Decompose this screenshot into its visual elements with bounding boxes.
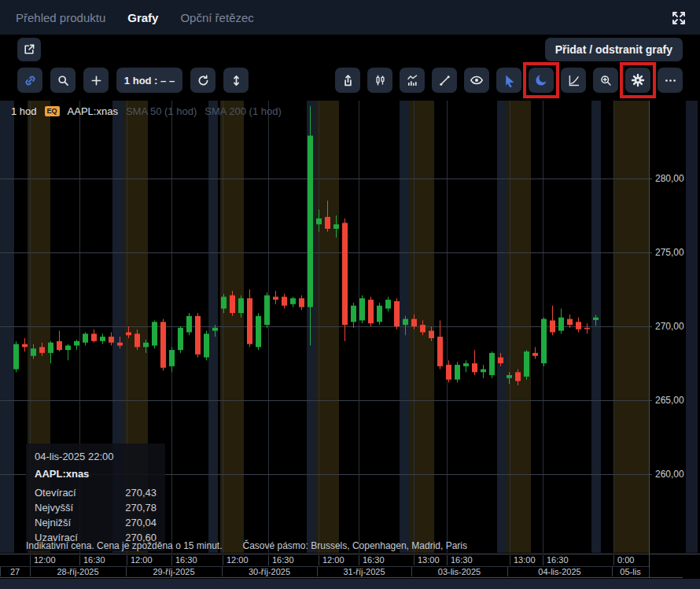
candle-body xyxy=(507,375,512,378)
timezone-note: Časové pásmo: Brussels, Copenhagen, Madr… xyxy=(243,540,467,551)
candle-body xyxy=(273,296,278,300)
candle-body xyxy=(143,343,149,348)
candle-body xyxy=(212,328,218,331)
right-edge-band xyxy=(686,101,698,553)
delayed-price-note: Indikativní cena. Cena je zpožděna o 15 … xyxy=(26,540,223,551)
candle-body xyxy=(446,365,451,380)
candle-body xyxy=(100,337,105,341)
tooltip-datetime: 04-lis-2025 22:00 xyxy=(35,451,157,462)
candle-body xyxy=(385,300,391,308)
candle-body xyxy=(126,333,131,336)
candle-body xyxy=(308,135,313,307)
candle-body xyxy=(359,298,365,320)
time-axis-label: 13:00 xyxy=(514,555,536,565)
candle-body xyxy=(558,318,564,331)
candle-body xyxy=(342,223,348,325)
candle-body xyxy=(532,353,538,356)
time-axis-label: 0:00 xyxy=(617,555,634,565)
candle-body xyxy=(152,322,157,345)
trading-chart-page: 280,00275,00270,00265,00260,0012:0016:30… xyxy=(0,0,700,589)
date-axis-label: 29-říj-2025 xyxy=(153,567,194,576)
candle-body xyxy=(238,298,244,313)
candle-body xyxy=(282,296,287,305)
candle-body xyxy=(368,300,374,323)
candle-body xyxy=(247,298,252,344)
candle-body xyxy=(48,343,53,353)
candle-body xyxy=(290,298,296,304)
equity-badge: EQ xyxy=(45,106,60,116)
candle-body xyxy=(299,298,304,307)
candle-body xyxy=(74,341,79,346)
legend-sma200[interactable]: SMA 200 (1 hod) xyxy=(204,105,282,117)
candle-body xyxy=(13,344,19,370)
tooltip-high-row: Nejvyšší270,78 xyxy=(35,500,157,515)
tooltip-open-row: Otevírací270,43 xyxy=(35,485,157,500)
candle-body xyxy=(325,217,330,229)
time-axis-label: 16:30 xyxy=(451,555,473,565)
legend-sma50[interactable]: SMA 50 (1 hod) xyxy=(126,105,197,117)
candle-body xyxy=(230,296,235,314)
candle-body xyxy=(593,318,599,320)
candle-body xyxy=(22,344,28,348)
candle-body xyxy=(463,363,469,366)
tooltip-symbol: AAPL:xnas xyxy=(35,468,157,480)
time-axis-label: 16:30 xyxy=(547,555,569,565)
time-axis-label: 16:30 xyxy=(363,555,385,565)
candle-body xyxy=(109,337,114,343)
time-axis-label: 12:00 xyxy=(131,555,153,565)
candle-body xyxy=(403,319,408,326)
candle-body xyxy=(550,320,555,332)
candle-body xyxy=(498,357,503,363)
candle-body xyxy=(134,333,140,347)
ohlc-tooltip: 04-lis-2025 22:00 AAPL:xnas Otevírací270… xyxy=(26,444,165,551)
candle-body xyxy=(256,316,261,347)
candle-body xyxy=(91,333,97,341)
time-axis-label: 16:30 xyxy=(83,555,105,565)
candle-body xyxy=(221,296,227,308)
candle-body xyxy=(437,337,443,366)
candle-body xyxy=(264,296,270,326)
price-axis-label: 260,00 xyxy=(655,469,684,480)
candle-body xyxy=(541,319,547,363)
candle-body xyxy=(394,301,400,326)
candle-body xyxy=(576,322,581,329)
time-axis-label: 13:00 xyxy=(418,555,440,565)
date-axis-label: 03-lis-2025 xyxy=(438,567,481,576)
time-axis-label: 16:30 xyxy=(175,555,197,565)
date-axis-label: 27 xyxy=(10,567,20,576)
candle-body xyxy=(117,343,123,346)
candle-body xyxy=(420,325,426,332)
price-axis-label: 275,00 xyxy=(655,247,684,258)
date-axis-label: 28-říj-2025 xyxy=(57,567,98,576)
price-axis-label: 265,00 xyxy=(655,395,684,406)
candle-body xyxy=(186,316,192,333)
candle-body xyxy=(316,219,322,225)
candle-body xyxy=(524,352,529,377)
candle-body xyxy=(83,333,88,342)
tooltip-low-row: Nejnižší270,04 xyxy=(35,515,157,530)
candle-body xyxy=(429,331,434,338)
time-axis-label: 12:00 xyxy=(227,555,249,565)
candle-body xyxy=(204,333,209,357)
candle-body xyxy=(481,370,486,373)
candle-body xyxy=(160,322,166,367)
candle-body xyxy=(169,350,175,366)
candle-body xyxy=(489,353,495,375)
chart-status-line: Indikativní cena. Cena je zpožděna o 15 … xyxy=(26,540,488,551)
candle-body xyxy=(65,345,71,350)
legend-interval: 1 hod xyxy=(11,105,37,117)
candle-body xyxy=(472,363,477,372)
candle-body xyxy=(411,319,417,326)
candle-body xyxy=(567,319,573,326)
date-axis-label: 04-lis-2025 xyxy=(538,567,580,576)
time-axis-label: 16:30 xyxy=(272,555,294,565)
candle-body xyxy=(584,328,590,329)
chart-legend: 1 hod EQ AAPL:xnas SMA 50 (1 hod) SMA 20… xyxy=(11,105,282,117)
candle-body xyxy=(178,328,183,350)
price-axis-label: 280,00 xyxy=(655,173,684,184)
candle-body xyxy=(39,347,45,353)
candle-body xyxy=(57,341,62,350)
time-axis-label: 12:00 xyxy=(322,555,344,565)
date-axis-label: 05-lis xyxy=(620,567,641,576)
candle-body xyxy=(351,306,356,322)
